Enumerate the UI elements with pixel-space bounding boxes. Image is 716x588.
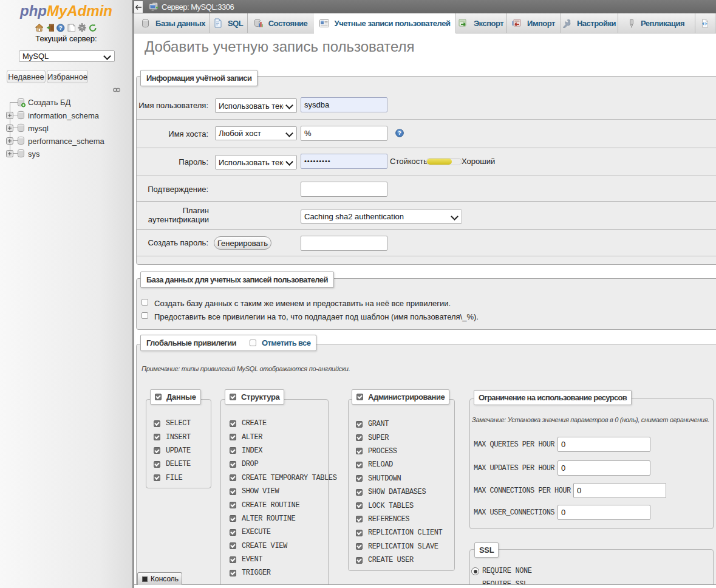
svg-text:?: ? <box>59 25 63 31</box>
svg-text:?: ? <box>398 129 401 136</box>
